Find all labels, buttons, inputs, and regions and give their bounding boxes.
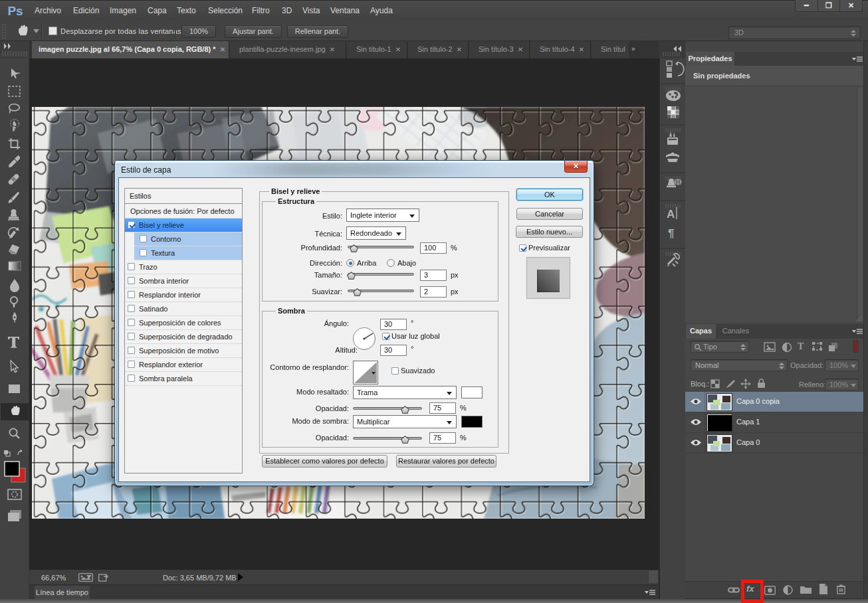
svg-text:A: A xyxy=(667,208,675,220)
svg-text:¶: ¶ xyxy=(668,227,674,240)
